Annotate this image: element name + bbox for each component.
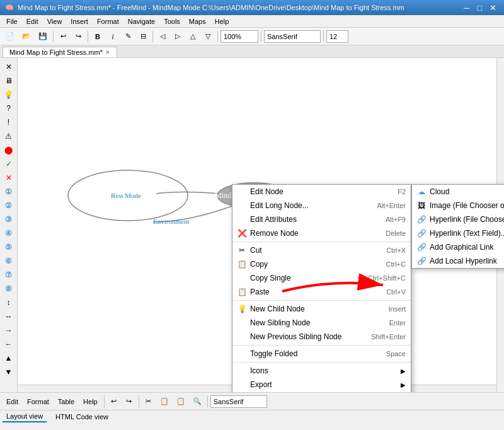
canvas-area[interactable]: Mind Map to Fight Stress Rest Mode Food … [18, 58, 504, 392]
svg-text:Rest Mode: Rest Mode [111, 192, 141, 199]
italic-button[interactable]: i [106, 30, 120, 44]
bottom-tab-layout[interactable]: Layout view [3, 411, 47, 422]
bottom-paste[interactable]: 📋 [173, 395, 188, 409]
ctx-toggle-label: Toggle Folded [250, 349, 297, 358]
sidebar-icon-arrow-down[interactable]: ▼ [3, 366, 15, 378]
nav-down-button[interactable]: ▽ [201, 30, 215, 44]
bottom-menu-help[interactable]: Help [79, 397, 101, 407]
close-button[interactable]: ✕ [487, 3, 499, 13]
new-button[interactable]: 📄 [3, 30, 18, 44]
open-button[interactable]: 📂 [19, 30, 34, 44]
sub-add-local-hyperlink[interactable]: 🔗 Add Local Hyperlink [412, 254, 504, 268]
sidebar-icon-exclaim[interactable]: ! [3, 116, 15, 129]
ctx-sep-3 [232, 345, 411, 346]
undo-button[interactable]: ↩ [56, 30, 70, 44]
minimize-button[interactable]: ─ [461, 3, 472, 13]
sidebar-icon-stop[interactable]: ⬤ [3, 144, 15, 156]
sidebar-icon-question[interactable]: ? [3, 102, 15, 115]
sidebar-icon-4[interactable]: ④ [3, 227, 15, 240]
sub-hyperlink-file-icon: 🔗 [416, 215, 427, 224]
menu-maps[interactable]: Maps [185, 16, 210, 26]
ctx-edit-attributes[interactable]: Edit Attributes Alt+F9 [232, 212, 411, 226]
nav-prev-button[interactable]: ◁ [156, 30, 169, 44]
ctx-edit-node[interactable]: Edit Node F2 [232, 185, 411, 199]
ctx-new-child[interactable]: 💡 New Child Node Insert [232, 302, 411, 316]
menu-file[interactable]: File [3, 16, 21, 26]
ctx-icons[interactable]: Icons ▶ [232, 364, 411, 378]
menu-help[interactable]: Help [211, 16, 233, 26]
ctx-icons-label: Icons [250, 366, 268, 375]
sidebar-icon-warning[interactable]: ⚠ [3, 130, 15, 142]
menu-format[interactable]: Format [93, 16, 123, 26]
bottom-panel: Edit Format Table Help ↩ ↪ ✂ 📋 📋 🔍 Layou… [0, 392, 504, 430]
sub-cloud[interactable]: ☁ Cloud [412, 185, 504, 199]
bottom-find[interactable]: 🔍 [190, 395, 205, 409]
ctx-cut[interactable]: ✂ Cut Ctrl+X [232, 243, 411, 257]
menu-edit[interactable]: Edit [23, 16, 42, 26]
tab-close-icon[interactable]: ✕ [105, 49, 110, 55]
ctx-toggle-folded[interactable]: Toggle Folded Space [232, 347, 411, 361]
sub-add-graphical-link-label: Add Graphical Link [430, 243, 493, 252]
nav-up-button[interactable]: △ [186, 30, 200, 44]
ctx-copy-single[interactable]: Copy Single Ctrl+Shift+C [232, 271, 411, 285]
sidebar-icon-5[interactable]: ⑤ [3, 241, 15, 253]
tab-label: Mind Map to Fight Stress.mm* [9, 49, 103, 56]
sidebar-icon-check[interactable]: ✓ [3, 158, 15, 170]
ctx-edit-long-node[interactable]: Edit Long Node... Alt+Enter [232, 199, 411, 212]
sidebar-icon-arrow-leftright[interactable]: ↔ [3, 310, 15, 323]
bottom-undo[interactable]: ↩ [107, 395, 121, 409]
sidebar-icon-6[interactable]: ⑥ [3, 255, 15, 267]
bottom-tab-html[interactable]: HTML Code view [52, 412, 112, 422]
bottom-menu-table[interactable]: Table [54, 397, 78, 407]
ctx-remove-node[interactable]: ❌ Remove Node Delete [232, 226, 411, 240]
sidebar-icon-arrow-updown[interactable]: ↕ [3, 296, 15, 309]
bold-button[interactable]: B [91, 30, 105, 44]
save-button[interactable]: 💾 [35, 30, 50, 44]
sidebar-icon-arrow-left[interactable]: ← [3, 338, 15, 351]
sidebar-icon-monitor[interactable]: 🖥 [3, 74, 15, 87]
ctx-format[interactable]: Format ▶ [232, 392, 411, 392]
bottom-font-input[interactable] [210, 395, 267, 408]
sub-add-graphical-link[interactable]: 🔗 Add Graphical Link [412, 240, 504, 254]
sidebar-icon-3[interactable]: ③ [3, 213, 15, 226]
sidebar-icon-close[interactable]: ✕ [3, 61, 15, 73]
title-bar-text: 🧠 Mind Map to Fight Stress.mm* - FreeMin… [5, 4, 404, 12]
bottom-copy[interactable]: 📋 [157, 395, 172, 409]
sub-image-file[interactable]: 🖼 Image (File Chooser or Link)... [412, 199, 504, 212]
sidebar-icon-lightbulb[interactable]: 💡 [3, 88, 15, 101]
maximize-button[interactable]: □ [474, 3, 484, 13]
ctx-copy[interactable]: 📋 Copy Ctrl+C [232, 257, 411, 271]
sidebar-icon-2[interactable]: ② [3, 199, 15, 212]
sidebar-icon-arrow-up[interactable]: ▲ [3, 352, 15, 364]
insert-submenu: ☁ Cloud 🖼 Image (File Chooser or Link)..… [411, 184, 504, 269]
sidebar-icon-8[interactable]: ⑧ [3, 282, 15, 295]
window-controls[interactable]: ─ □ ✕ [461, 3, 499, 13]
fold-button[interactable]: ⊟ [136, 30, 150, 44]
document-tab[interactable]: Mind Map to Fight Stress.mm* ✕ [3, 47, 117, 57]
ctx-export[interactable]: Export ▶ [232, 378, 411, 392]
sidebar-icon-1[interactable]: ① [3, 185, 15, 198]
menu-insert[interactable]: Insert [67, 16, 92, 26]
ctx-new-sibling[interactable]: New Sibling Node Enter [232, 316, 411, 330]
font-name-input[interactable]: SansSerif [264, 30, 321, 43]
nav-next-button[interactable]: ▷ [171, 30, 185, 44]
bottom-menu-edit[interactable]: Edit [3, 397, 22, 407]
redo-button[interactable]: ↪ [71, 30, 85, 44]
ctx-new-prev-sibling[interactable]: New Previous Sibling Node Shift+Enter [232, 330, 411, 344]
menu-view[interactable]: View [43, 16, 66, 26]
ctx-paste[interactable]: 📋 Paste Ctrl+V [232, 285, 411, 299]
menu-tools[interactable]: Tools [160, 16, 184, 26]
sidebar-icon-cross[interactable]: ✕ [3, 171, 15, 184]
font-size-input[interactable]: 12 [326, 30, 348, 43]
menu-navigate[interactable]: Navigate [124, 16, 159, 26]
bottom-cut[interactable]: ✂ [142, 395, 156, 409]
sub-hyperlink-file[interactable]: 🔗 Hyperlink (File Chooser)... [412, 212, 504, 226]
sidebar-icon-7[interactable]: ⑦ [3, 269, 15, 281]
ctx-new-child-shortcut: Insert [388, 305, 406, 313]
zoom-input[interactable]: 100% [220, 30, 258, 43]
edit-button[interactable]: ✎ [121, 30, 135, 44]
bottom-redo[interactable]: ↪ [122, 395, 136, 409]
sidebar-icon-arrow-right[interactable]: → [3, 324, 15, 337]
sub-hyperlink-text[interactable]: 🔗 Hyperlink (Text Field)... [412, 226, 504, 240]
bottom-menu-format[interactable]: Format [23, 397, 53, 407]
